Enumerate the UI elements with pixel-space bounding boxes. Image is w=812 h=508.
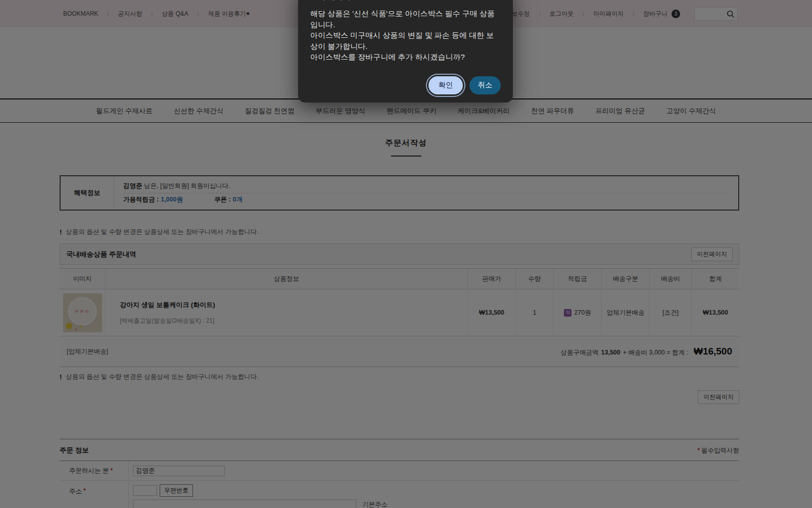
order-page: BOOKMARK | 공지사항 | 상품 Q&A | 제품 이용후기♥ 정보수정… bbox=[0, 0, 812, 508]
dialog-line-3: 아이스박스를 장바구니에 추가 하시겠습니까? bbox=[310, 52, 501, 63]
dialog-line-1: 해당 상품은 '신선 식품'으로 아이스박스 필수 구매 상품입니다. bbox=[310, 8, 501, 30]
dialog-line-2: 아이스박스 미구매시 상품의 변질 및 파손 등에 대한 보상이 불가합니다. bbox=[310, 30, 501, 52]
confirm-button[interactable]: 확인 bbox=[428, 76, 463, 94]
dialog-message: 해당 상품은 '신선 식품'으로 아이스박스 필수 구매 상품입니다. 아이스박… bbox=[310, 8, 501, 63]
dialog-title-clipped: ···의 메시지 bbox=[310, 0, 501, 2]
dialog-buttons: 확인 취소 bbox=[310, 76, 501, 94]
cancel-button[interactable]: 취소 bbox=[469, 76, 501, 94]
icebox-confirm-dialog: ···의 메시지 해당 상품은 '신선 식품'으로 아이스박스 필수 구매 상품… bbox=[298, 0, 513, 103]
